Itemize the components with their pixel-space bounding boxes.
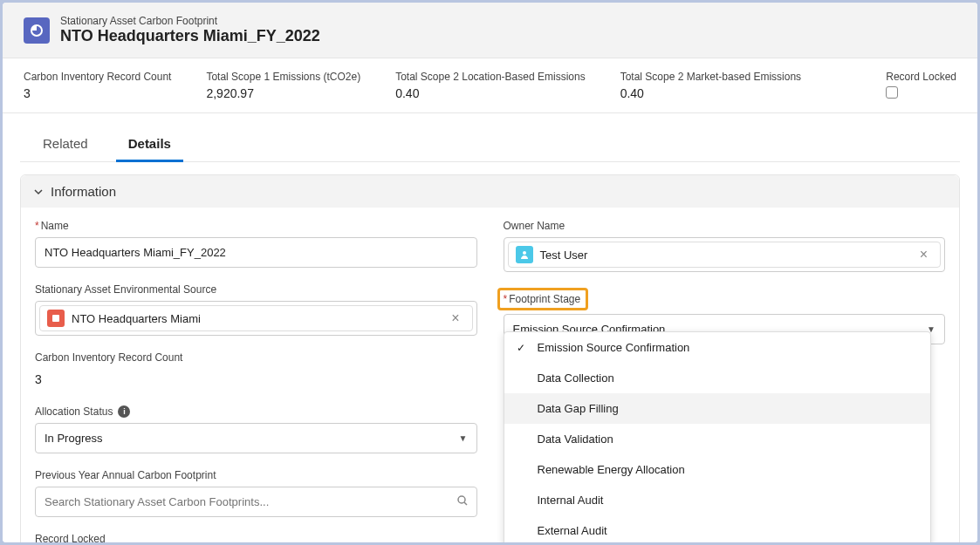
metric-label: Total Scope 2 Market-based Emissions — [620, 71, 801, 83]
dropdown-option-data-validation[interactable]: Data Validation — [504, 424, 930, 454]
field-owner: Owner Name Test User × — [504, 220, 946, 272]
details-panel: Information *Name Stationary Asset Envir… — [20, 174, 960, 542]
svg-rect-0 — [52, 315, 59, 322]
annotation-highlight: *Footprint Stage — [497, 288, 589, 310]
record-locked-label: Record Locked — [35, 533, 477, 542]
prev-year-label: Previous Year Annual Carbon Footprint — [35, 469, 477, 481]
record-header: Stationary Asset Carbon Footprint NTO He… — [3, 3, 977, 58]
close-icon[interactable]: × — [915, 247, 933, 262]
metric-value: 0.40 — [395, 86, 585, 100]
section-title: Information — [51, 184, 116, 199]
name-input[interactable] — [35, 237, 477, 268]
caret-down-icon: ▼ — [459, 433, 468, 443]
prev-year-search-input[interactable] — [35, 487, 477, 517]
metric-value: 0.40 — [620, 86, 801, 100]
count-label: Carbon Inventory Record Count — [35, 351, 477, 364]
metric-label: Total Scope 2 Location-Based Emissions — [395, 71, 585, 83]
record-title: NTO Headquarters Miami_FY_2022 — [60, 27, 320, 45]
field-record-locked: Record Locked — [35, 533, 477, 542]
close-icon[interactable]: × — [446, 310, 464, 326]
form-grid: *Name Stationary Asset Environmental Sou… — [21, 208, 959, 542]
asset-icon — [47, 310, 65, 327]
name-label: *Name — [35, 220, 477, 232]
env-source-label: Stationary Asset Environmental Source — [35, 283, 477, 296]
right-column: Owner Name Test User × — [504, 220, 946, 542]
tab-details[interactable]: Details — [121, 127, 178, 161]
owner-value: Test User — [540, 249, 908, 262]
metric-scope2-market: Total Scope 2 Market-based Emissions 0.4… — [620, 71, 801, 100]
record-locked-checkbox[interactable] — [886, 86, 898, 99]
svg-point-3 — [523, 251, 526, 255]
field-footprint-stage: *Footprint Stage Emission Source Confirm… — [504, 288, 946, 344]
footprint-stage-dropdown: ✓ Emission Source Confirmation Data Coll… — [504, 331, 931, 542]
owner-label: Owner Name — [504, 220, 946, 232]
field-name: *Name — [35, 220, 477, 268]
svg-line-2 — [464, 502, 467, 505]
info-icon[interactable]: i — [118, 405, 130, 418]
field-env-source: Stationary Asset Environmental Source NT… — [35, 283, 477, 336]
dropdown-option-data-collection[interactable]: Data Collection — [504, 363, 930, 393]
dropdown-option-internal-audit[interactable]: Internal Audit — [504, 485, 930, 515]
metric-label: Carbon Inventory Record Count — [24, 71, 171, 83]
dropdown-option-renewable-energy-allocation[interactable]: Renewable Energy Allocation — [504, 454, 930, 485]
metric-scope1: Total Scope 1 Emissions (tCO2e) 2,920.97 — [206, 71, 360, 100]
metric-scope2-location: Total Scope 2 Location-Based Emissions 0… — [395, 71, 585, 100]
alloc-status-label: Allocation Status — [35, 405, 113, 418]
user-icon — [516, 246, 533, 263]
dropdown-option-data-gap-filling[interactable]: Data Gap Filling — [504, 393, 930, 424]
env-source-value: NTO Headquarters Miami — [72, 312, 439, 325]
content-area: Related Details Information *Name Statio… — [3, 113, 977, 542]
header-texts: Stationary Asset Carbon Footprint NTO He… — [60, 15, 320, 45]
metric-value: 2,920.97 — [206, 86, 360, 100]
check-icon: ✓ — [517, 342, 525, 354]
metric-label: Record Locked — [886, 71, 956, 83]
object-type-label: Stationary Asset Carbon Footprint — [60, 15, 320, 27]
field-count: Carbon Inventory Record Count 3 — [35, 351, 477, 390]
env-source-lookup[interactable]: NTO Headquarters Miami × — [35, 301, 477, 336]
owner-lookup[interactable]: Test User × — [504, 237, 946, 272]
metrics-row: Carbon Inventory Record Count 3 Total Sc… — [3, 58, 977, 113]
chevron-down-icon — [33, 187, 44, 197]
svg-point-1 — [458, 496, 465, 503]
metric-label: Total Scope 1 Emissions (tCO2e) — [206, 71, 360, 83]
footprint-stage-label: *Footprint Stage — [504, 293, 581, 305]
dropdown-option-emission-source-confirmation[interactable]: ✓ Emission Source Confirmation — [504, 332, 930, 363]
metric-record-locked: Record Locked — [886, 71, 956, 100]
tab-related[interactable]: Related — [36, 127, 95, 161]
count-value: 3 — [35, 369, 477, 390]
object-icon — [24, 17, 50, 44]
alloc-status-select[interactable]: In Progress ▼ — [35, 423, 477, 453]
search-icon — [456, 494, 469, 510]
left-column: *Name Stationary Asset Environmental Sou… — [35, 220, 477, 542]
dropdown-option-external-audit[interactable]: External Audit — [504, 515, 930, 542]
tabs: Related Details — [20, 122, 960, 162]
page-container: Stationary Asset Carbon Footprint NTO He… — [3, 3, 977, 542]
metric-count: Carbon Inventory Record Count 3 — [24, 71, 171, 100]
field-allocation-status: Allocation Status i In Progress ▼ — [35, 405, 477, 453]
section-information-header[interactable]: Information — [21, 175, 959, 208]
alloc-status-value: In Progress — [45, 432, 102, 445]
field-prev-year: Previous Year Annual Carbon Footprint — [35, 469, 477, 517]
metric-value: 3 — [24, 86, 171, 100]
